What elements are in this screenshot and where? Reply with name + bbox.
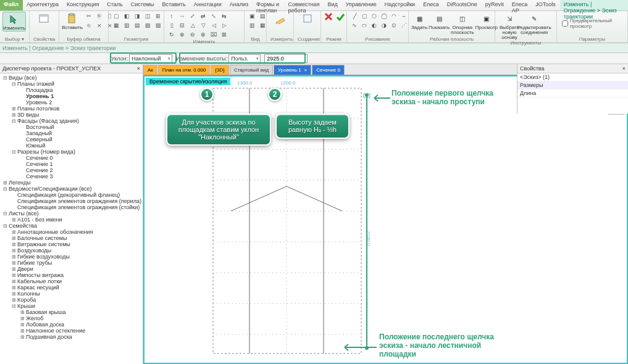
m9-icon[interactable]: △ [188, 21, 198, 30]
m11-icon[interactable]: ◁ [209, 21, 219, 30]
copy-icon[interactable]: ⎘ [94, 12, 104, 20]
tab-eneca[interactable]: Eneca [419, 0, 443, 10]
d12-icon[interactable]: ⋰ [399, 21, 409, 30]
tree-item[interactable]: ⊟Семейства [0, 223, 143, 229]
d7-icon[interactable]: ∿ [350, 21, 359, 30]
geom10-icon[interactable]: ▧ [153, 21, 163, 30]
m12-icon[interactable]: ▷ [219, 21, 229, 30]
tree-item[interactable]: ⊞Каркас несущий [0, 284, 143, 291]
m2-icon[interactable]: ↔ [177, 12, 187, 20]
d9-icon[interactable]: ◐ [369, 21, 379, 30]
tree-item[interactable]: ⊟Листы (все) [0, 210, 143, 217]
show-button[interactable]: ▤Показать [429, 12, 450, 30]
tree-item[interactable]: Уровень 1 [0, 93, 143, 99]
tree-item[interactable]: Сечение 3 [0, 173, 143, 180]
tab-architecture[interactable]: Архитектура [23, 0, 63, 10]
m4-icon[interactable]: ⇄ [198, 12, 208, 20]
tab-annotate[interactable]: Аннотации [190, 0, 226, 10]
geom6-icon[interactable]: ▦ [111, 21, 121, 30]
geom1-icon[interactable]: ▢ [111, 12, 121, 20]
geom2-icon[interactable]: ◧ [122, 12, 132, 20]
geom4-icon[interactable]: ◫ [143, 12, 153, 20]
m18-icon[interactable]: ⊠ [219, 30, 229, 39]
tab-addins[interactable]: Надстройки [381, 0, 419, 10]
m5-icon[interactable]: ⤡ [209, 12, 219, 20]
set-button[interactable]: ▦Задать [411, 12, 427, 30]
tab-diroots[interactable]: DiRootsOne [443, 0, 482, 10]
tree-item[interactable]: Восточный [0, 124, 143, 130]
tree-item[interactable]: ⊞3D виды [0, 112, 143, 118]
tree-item[interactable]: Спецификация (декоративный фланец) [0, 192, 143, 198]
tree-item[interactable]: Западный [0, 130, 143, 136]
tab-structure[interactable]: Конструкция [63, 0, 103, 10]
v4-icon[interactable]: ▦ [257, 21, 267, 30]
finish-icon[interactable] [335, 12, 345, 22]
view-tab[interactable]: План на отм. 0.000 [158, 65, 211, 75]
d6-icon[interactable]: ⌢ [399, 12, 409, 20]
geom5-icon[interactable]: ⊞ [153, 12, 163, 20]
tree-item[interactable]: ⊟Фасады (Фасад здания) [0, 118, 143, 124]
tree-item[interactable]: ⊞Желоб [0, 315, 143, 321]
tree-item[interactable]: ⊟Ведомости/Спецификации (все) [0, 186, 143, 192]
tree-item[interactable]: ⊞Планы потолков [0, 105, 143, 112]
properties-button[interactable] [32, 12, 56, 25]
browser-close[interactable]: × [137, 65, 140, 72]
tab-manage[interactable]: Управление [342, 0, 381, 10]
tree-item[interactable]: ⊞Гибкие трубы [0, 260, 143, 266]
tab-steel[interactable]: Сталь [103, 0, 127, 10]
d3-icon[interactable]: ⬡ [369, 12, 379, 20]
tab-massing[interactable]: Формы и генплан [253, 0, 285, 10]
modify-button[interactable]: Изменить [2, 12, 26, 31]
tree-item[interactable]: ⊞Балочные системы [0, 235, 143, 241]
d5-icon[interactable]: ◠ [389, 12, 399, 20]
tree-item[interactable]: ⊟Виды (все) [0, 75, 143, 81]
tab-modify-context[interactable]: Изменить | Ограждение > Эскиз траектории [560, 0, 628, 10]
tree-item[interactable]: Южный [0, 143, 143, 149]
tab-file[interactable]: Файл [0, 0, 23, 10]
tree-item[interactable]: Уровень 2 [0, 99, 143, 105]
tree-item[interactable]: ⊞Легенды [0, 180, 143, 186]
tree-item[interactable]: ⊟Крыши [0, 303, 143, 309]
m8-icon[interactable]: ⊟ [177, 21, 187, 30]
d8-icon[interactable]: ⬭ [359, 21, 369, 30]
geom9-icon[interactable]: ▨ [143, 21, 153, 30]
tree-item[interactable]: ⊞Кабельные лотки [0, 278, 143, 284]
view-tab[interactable]: Сечение 0 [312, 65, 345, 75]
props-close[interactable]: × [622, 65, 626, 72]
tree-item[interactable]: ⊞Базовая крыша [0, 309, 143, 315]
tree-item[interactable]: Сечение 1 [0, 161, 143, 167]
tree-item[interactable]: ⊞Витражные системы [0, 241, 143, 247]
v2-icon[interactable]: ▤ [257, 12, 267, 20]
m16-icon[interactable]: ⊗ [198, 30, 208, 39]
tree-item[interactable]: ⊞Импосты витража [0, 272, 143, 278]
m17-icon[interactable]: ⌧ [209, 30, 219, 39]
x-icon[interactable]: ⨯ [94, 21, 104, 30]
cut-icon[interactable]: ✂ [84, 12, 94, 20]
tree-item[interactable]: ⊞Лобовая доска [0, 321, 143, 328]
tab-analyze[interactable]: Анализ [226, 0, 253, 10]
tree-item[interactable]: Спецификация элементов ограждения (перил… [0, 198, 143, 204]
view-tab[interactable]: Уровень 1× [274, 65, 311, 75]
tree-item[interactable]: ⊟Планы этажей [0, 81, 143, 87]
tab-pyrevit[interactable]: pyRevit [482, 0, 508, 10]
m13-icon[interactable]: ↻ [167, 30, 177, 39]
measure-button[interactable] [269, 12, 291, 25]
tab-collab[interactable]: Совместная работа [285, 0, 324, 10]
d1-icon[interactable]: ╱ [350, 12, 359, 20]
geom7-icon[interactable]: ▥ [122, 21, 132, 30]
cancel-icon[interactable] [324, 12, 333, 22]
tree-item[interactable]: ⊞Короба [0, 297, 143, 303]
tab-insert[interactable]: Вставить [159, 0, 190, 10]
tab-enecaap[interactable]: Eneca AP [508, 0, 532, 10]
v1-icon[interactable]: ▣ [247, 12, 257, 20]
view-tab[interactable]: Ак [143, 65, 157, 75]
d2-icon[interactable]: ▢ [359, 12, 369, 20]
tree-item[interactable]: Площадка [0, 87, 143, 93]
tree-item[interactable]: ⊞Подшивная доска [0, 334, 143, 340]
m14-icon[interactable]: ⊕ [177, 30, 187, 39]
preview-checkbox[interactable]: Предварительный просмотр [559, 12, 625, 35]
tree-item[interactable]: ⊟Разрезы (Номер вида) [0, 149, 143, 155]
tree-item[interactable]: ⊞Воздуховоды [0, 247, 143, 254]
m10-icon[interactable]: ▽ [198, 21, 208, 30]
link-icon[interactable]: ⎋ [84, 21, 94, 30]
